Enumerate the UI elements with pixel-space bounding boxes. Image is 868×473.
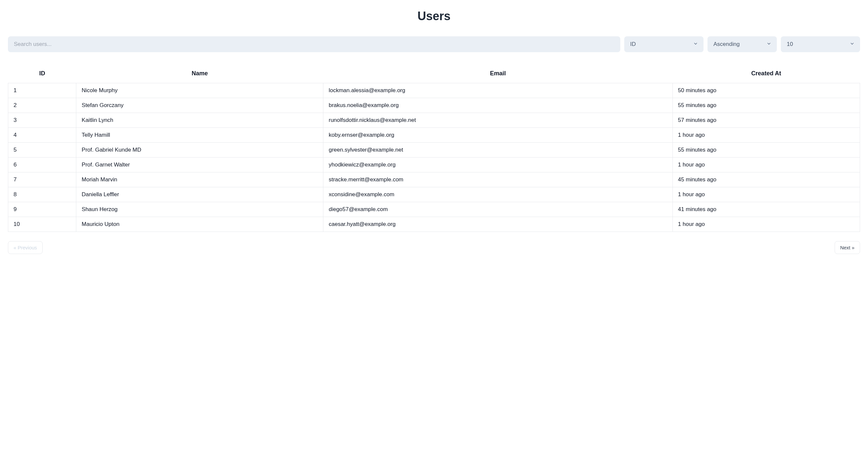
cell-created-at: 45 minutes ago (673, 172, 860, 187)
cell-id: 8 (8, 187, 76, 202)
users-table-container: ID Name Email Created At 1Nicole Murphyl… (8, 65, 860, 232)
chevron-down-icon (849, 41, 855, 48)
cell-id: 2 (8, 98, 76, 113)
sort-by-select[interactable]: ID (624, 36, 704, 52)
cell-id: 7 (8, 172, 76, 187)
cell-name: Daniella Leffler (76, 187, 323, 202)
cell-name: Shaun Herzog (76, 202, 323, 217)
cell-id: 3 (8, 113, 76, 128)
cell-id: 6 (8, 158, 76, 172)
cell-id: 9 (8, 202, 76, 217)
cell-name: Prof. Garnet Walter (76, 158, 323, 172)
table-row: 3Kaitlin Lynchrunolfsdottir.nicklaus@exa… (8, 113, 860, 128)
chevron-down-icon (766, 41, 772, 48)
cell-name: Telly Hamill (76, 128, 323, 143)
table-header-name: Name (76, 65, 323, 83)
cell-email: runolfsdottir.nicklaus@example.net (323, 113, 673, 128)
cell-name: Prof. Gabriel Kunde MD (76, 143, 323, 158)
cell-created-at: 1 hour ago (673, 158, 860, 172)
table-row: 10Mauricio Uptoncaesar.hyatt@example.org… (8, 217, 860, 232)
table-header-email: Email (323, 65, 673, 83)
cell-email: koby.ernser@example.org (323, 128, 673, 143)
cell-id: 4 (8, 128, 76, 143)
cell-created-at: 1 hour ago (673, 217, 860, 232)
per-page-select[interactable]: 10 (781, 36, 860, 52)
cell-email: xconsidine@example.com (323, 187, 673, 202)
chevron-down-icon (693, 41, 698, 48)
cell-name: Mauricio Upton (76, 217, 323, 232)
cell-name: Stefan Gorczany (76, 98, 323, 113)
order-value: Ascending (713, 41, 740, 48)
table-row: 1Nicole Murphylockman.alessia@example.or… (8, 83, 860, 98)
cell-created-at: 1 hour ago (673, 128, 860, 143)
table-row: 5Prof. Gabriel Kunde MDgreen.sylvester@e… (8, 143, 860, 158)
cell-name: Nicole Murphy (76, 83, 323, 98)
cell-email: brakus.noelia@example.org (323, 98, 673, 113)
cell-email: yhodkiewicz@example.org (323, 158, 673, 172)
sort-by-value: ID (630, 41, 636, 48)
table-row: 8Daniella Lefflerxconsidine@example.com1… (8, 187, 860, 202)
table-header-id: ID (8, 65, 76, 83)
cell-id: 10 (8, 217, 76, 232)
order-select[interactable]: Ascending (708, 36, 777, 52)
table-row: 9Shaun Herzogdiego57@example.com41 minut… (8, 202, 860, 217)
cell-email: diego57@example.com (323, 202, 673, 217)
previous-button[interactable]: « Previous (8, 241, 42, 254)
users-table: ID Name Email Created At 1Nicole Murphyl… (8, 65, 860, 232)
table-header-created-at: Created At (673, 65, 860, 83)
cell-created-at: 57 minutes ago (673, 113, 860, 128)
pagination: « Previous Next » (8, 241, 860, 254)
cell-email: caesar.hyatt@example.org (323, 217, 673, 232)
page-title: Users (8, 9, 860, 23)
cell-created-at: 41 minutes ago (673, 202, 860, 217)
cell-name: Moriah Marvin (76, 172, 323, 187)
cell-created-at: 55 minutes ago (673, 143, 860, 158)
cell-email: green.sylvester@example.net (323, 143, 673, 158)
cell-email: stracke.merritt@example.com (323, 172, 673, 187)
table-row: 7Moriah Marvinstracke.merritt@example.co… (8, 172, 860, 187)
cell-created-at: 50 minutes ago (673, 83, 860, 98)
table-row: 6Prof. Garnet Walteryhodkiewicz@example.… (8, 158, 860, 172)
cell-name: Kaitlin Lynch (76, 113, 323, 128)
table-row: 2Stefan Gorczanybrakus.noelia@example.or… (8, 98, 860, 113)
cell-email: lockman.alessia@example.org (323, 83, 673, 98)
search-input[interactable] (8, 36, 620, 52)
table-row: 4Telly Hamillkoby.ernser@example.org1 ho… (8, 128, 860, 143)
cell-id: 5 (8, 143, 76, 158)
cell-created-at: 1 hour ago (673, 187, 860, 202)
cell-id: 1 (8, 83, 76, 98)
next-button[interactable]: Next » (835, 241, 860, 254)
per-page-value: 10 (787, 41, 793, 48)
filters-bar: ID Ascending 10 (8, 36, 860, 52)
cell-created-at: 55 minutes ago (673, 98, 860, 113)
